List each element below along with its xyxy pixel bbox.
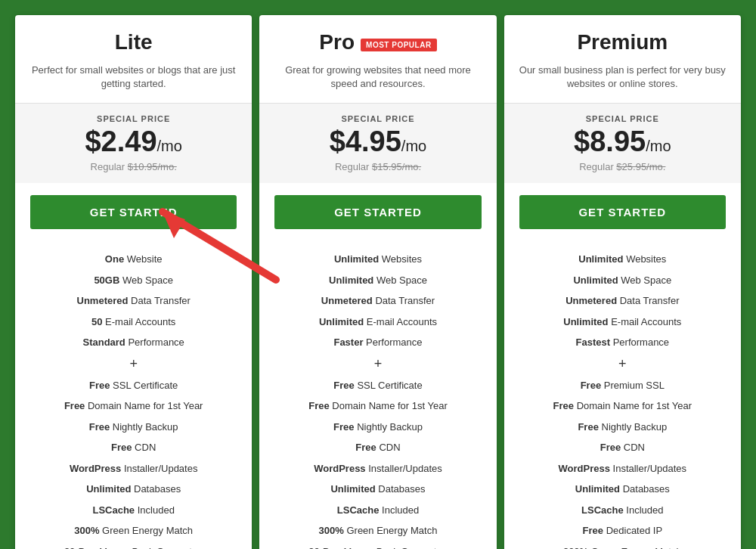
- feature-item: Free Nightly Backup: [519, 417, 726, 438]
- feature-item: Unlimited Databases: [274, 479, 481, 500]
- feature-item: Unlimited Websites: [519, 249, 726, 270]
- feature-item: 30-Day Money-Back Guarantee: [30, 541, 237, 549]
- get-started-btn-premium[interactable]: GET STARTED: [519, 195, 726, 229]
- feature-item: WordPress Installer/Updates: [30, 458, 237, 479]
- features-section-lite: One Website50GB Web SpaceUnmetered Data …: [15, 241, 252, 549]
- feature-item: Free Nightly Backup: [30, 417, 237, 438]
- feature-item: Free SSL Certificate: [274, 375, 481, 396]
- plan-name-row-lite: Lite: [30, 30, 237, 59]
- price-amount-premium: $8.95/mo: [519, 126, 726, 158]
- feature-item: Free Domain Name for 1st Year: [30, 395, 237, 417]
- price-section-lite: SPECIAL PRICE$2.49/moRegular $10.95/mo.: [15, 104, 252, 183]
- features-section-premium: Unlimited WebsitesUnlimited Web SpaceUnm…: [504, 241, 741, 549]
- special-label-premium: SPECIAL PRICE: [519, 114, 726, 123]
- btn-section-premium: GET STARTED: [504, 183, 741, 241]
- feature-item: Fastest Performance: [519, 332, 726, 353]
- feature-item: Unlimited Databases: [519, 479, 726, 500]
- feature-item: WordPress Installer/Updates: [274, 458, 481, 479]
- feature-item: LSCache Included: [519, 500, 726, 521]
- pricing-card-lite: LitePerfect for small websites or blogs …: [15, 15, 252, 549]
- feature-item: Unlimited Websites: [274, 249, 481, 270]
- pricing-container: LitePerfect for small websites or blogs …: [15, 15, 741, 549]
- price-amount-pro: $4.95/mo: [274, 126, 481, 158]
- plan-desc-premium: Our small business plan is perfect for v…: [519, 64, 726, 91]
- feature-item: Unlimited E-mail Accounts: [519, 312, 726, 333]
- feature-item: +: [30, 353, 237, 375]
- feature-item: Free Domain Name for 1st Year: [519, 395, 726, 417]
- feature-item: LSCache Included: [30, 500, 237, 521]
- feature-item: Unlimited Web Space: [274, 270, 481, 291]
- price-section-premium: SPECIAL PRICE$8.95/moRegular $25.95/mo.: [504, 104, 741, 183]
- feature-item: +: [519, 353, 726, 375]
- feature-item: LSCache Included: [274, 500, 481, 521]
- plan-name-row-premium: Premium: [519, 30, 726, 59]
- regular-price-pro: Regular $15.95/mo.: [274, 161, 481, 172]
- feature-item: Unmetered Data Transfer: [30, 290, 237, 312]
- btn-section-pro: GET STARTED: [259, 183, 496, 241]
- plan-name-premium: Premium: [577, 30, 668, 54]
- feature-item: Unmetered Data Transfer: [274, 290, 481, 312]
- get-started-btn-lite[interactable]: GET STARTED: [30, 195, 237, 229]
- price-amount-lite: $2.49/mo: [30, 126, 237, 158]
- plan-name-row-pro: ProMOST POPULAR: [274, 30, 481, 59]
- feature-item: Free CDN: [30, 437, 237, 458]
- card-header-premium: PremiumOur small business plan is perfec…: [504, 15, 741, 104]
- feature-item: Standard Performance: [30, 332, 237, 353]
- plan-desc-pro: Great for growing websites that need mor…: [274, 64, 481, 91]
- special-label-lite: SPECIAL PRICE: [30, 114, 237, 123]
- feature-item: Unlimited E-mail Accounts: [274, 312, 481, 333]
- feature-item: Free CDN: [274, 437, 481, 458]
- feature-item: 30-Day Money-Back Guarantee: [274, 541, 481, 549]
- feature-item: Unmetered Data Transfer: [519, 290, 726, 312]
- feature-item: 50GB Web Space: [30, 270, 237, 291]
- plan-name-pro: Pro: [319, 30, 355, 54]
- feature-item: Free Dedicated IP: [519, 520, 726, 541]
- plan-desc-lite: Perfect for small websites or blogs that…: [30, 64, 237, 91]
- get-started-btn-pro[interactable]: GET STARTED: [274, 195, 481, 229]
- feature-item: Free SSL Certificate: [30, 375, 237, 396]
- feature-item: 50 E-mail Accounts: [30, 312, 237, 333]
- most-popular-badge: MOST POPULAR: [361, 39, 437, 51]
- regular-price-lite: Regular $10.95/mo.: [30, 161, 237, 172]
- feature-item: Free Nightly Backup: [274, 417, 481, 438]
- regular-price-premium: Regular $25.95/mo.: [519, 161, 726, 172]
- feature-item: Free Domain Name for 1st Year: [274, 395, 481, 417]
- feature-item: 300% Green Energy Match: [274, 520, 481, 541]
- btn-section-lite: GET STARTED: [15, 183, 252, 241]
- feature-item: Faster Performance: [274, 332, 481, 353]
- pricing-card-pro: ProMOST POPULARGreat for growing website…: [259, 15, 496, 549]
- card-header-lite: LitePerfect for small websites or blogs …: [15, 15, 252, 104]
- features-section-pro: Unlimited WebsitesUnlimited Web SpaceUnm…: [259, 241, 496, 549]
- pricing-card-premium: PremiumOur small business plan is perfec…: [504, 15, 741, 549]
- feature-item: Unlimited Databases: [30, 479, 237, 500]
- feature-item: Unlimited Web Space: [519, 270, 726, 291]
- feature-item: One Website: [30, 249, 237, 270]
- feature-item: +: [274, 353, 481, 375]
- price-section-pro: SPECIAL PRICE$4.95/moRegular $15.95/mo.: [259, 104, 496, 183]
- feature-item: 300% Green Energy Match: [30, 520, 237, 541]
- feature-item: WordPress Installer/Updates: [519, 458, 726, 479]
- card-header-pro: ProMOST POPULARGreat for growing website…: [259, 15, 496, 104]
- feature-item: Free Premium SSL: [519, 375, 726, 396]
- plan-name-lite: Lite: [115, 30, 153, 54]
- special-label-pro: SPECIAL PRICE: [274, 114, 481, 123]
- feature-item: 300% Green Energy Match: [519, 541, 726, 549]
- feature-item: Free CDN: [519, 437, 726, 458]
